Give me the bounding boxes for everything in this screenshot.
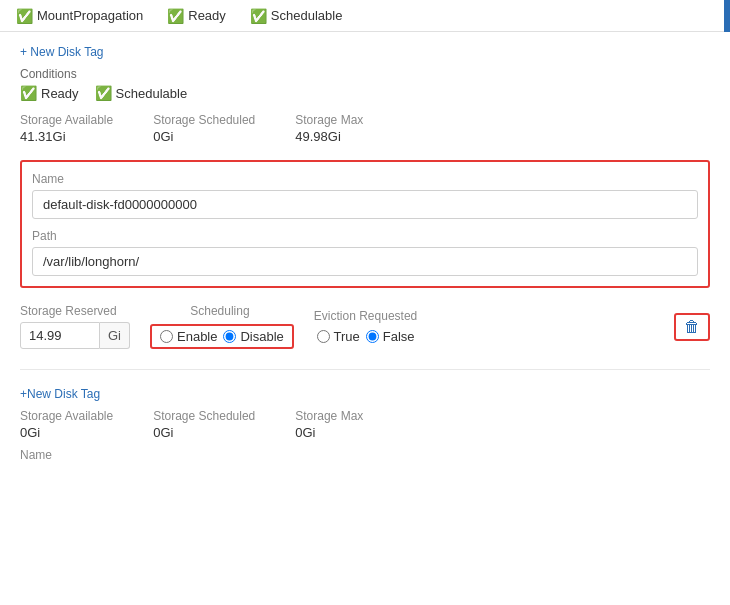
- mount-propagation-icon: ✅: [16, 8, 33, 24]
- storage-max-label-2: Storage Max: [295, 409, 363, 423]
- storage-max-value: 49.98Gi: [295, 129, 363, 144]
- mount-propagation-label: MountPropagation: [37, 8, 143, 23]
- disk-config-section: Name Path: [20, 160, 710, 288]
- storage-available-value: 41.31Gi: [20, 129, 113, 144]
- path-field-input[interactable]: [32, 247, 698, 276]
- condition-schedulable: ✅ Schedulable: [95, 85, 188, 101]
- new-disk-tag-label-2: +New Disk Tag: [20, 387, 100, 401]
- storage-scheduled-value-2: 0Gi: [153, 425, 255, 440]
- storage-scheduled-label: Storage Scheduled: [153, 113, 255, 127]
- eviction-group: Eviction Requested True False: [314, 309, 417, 344]
- storage-row-2: Storage Available 0Gi Storage Scheduled …: [20, 409, 710, 440]
- false-radio[interactable]: [366, 330, 379, 343]
- condition-ready-icon: ✅: [20, 85, 37, 101]
- disable-label: Disable: [240, 329, 283, 344]
- delete-button[interactable]: 🗑: [674, 313, 710, 341]
- true-radio[interactable]: [317, 330, 330, 343]
- storage-available-value-2: 0Gi: [20, 425, 113, 440]
- storage-available-label-2: Storage Available: [20, 409, 113, 423]
- condition-schedulable-icon: ✅: [95, 85, 112, 101]
- condition-ready-label: Ready: [41, 86, 79, 101]
- enable-radio[interactable]: [160, 330, 173, 343]
- name-label-bottom: Name: [20, 448, 710, 462]
- ready-icon: ✅: [167, 8, 184, 24]
- new-disk-tag-label-1: + New Disk Tag: [20, 45, 103, 59]
- storage-max-label: Storage Max: [295, 113, 363, 127]
- schedulable-item: ✅ Schedulable: [250, 8, 343, 24]
- top-bar: ✅ MountPropagation ✅ Ready ✅ Schedulable: [0, 0, 730, 32]
- trash-icon: 🗑: [684, 318, 700, 336]
- storage-reserved-label: Storage Reserved: [20, 304, 130, 318]
- name-field-label: Name: [32, 172, 698, 186]
- ready-label: Ready: [188, 8, 226, 23]
- mount-propagation-item: ✅ MountPropagation: [16, 8, 143, 24]
- section-divider: [20, 369, 710, 370]
- storage-available-item-2: Storage Available 0Gi: [20, 409, 113, 440]
- scheduling-label: Scheduling: [190, 304, 249, 318]
- controls-row: Storage Reserved Gi Scheduling Enable Di…: [20, 304, 710, 349]
- conditions-row: ✅ Ready ✅ Schedulable: [20, 85, 710, 101]
- storage-max-item: Storage Max 49.98Gi: [295, 113, 363, 144]
- storage-max-value-2: 0Gi: [295, 425, 363, 440]
- disable-option[interactable]: Disable: [223, 329, 283, 344]
- storage-reserved-input[interactable]: [20, 322, 100, 349]
- section-1: + New Disk Tag Conditions ✅ Ready ✅ Sche…: [20, 44, 710, 349]
- storage-scheduled-item-2: Storage Scheduled 0Gi: [153, 409, 255, 440]
- storage-max-item-2: Storage Max 0Gi: [295, 409, 363, 440]
- path-field-label: Path: [32, 229, 698, 243]
- storage-row-1: Storage Available 41.31Gi Storage Schedu…: [20, 113, 710, 144]
- storage-available-label: Storage Available: [20, 113, 113, 127]
- eviction-label: Eviction Requested: [314, 309, 417, 323]
- enable-option[interactable]: Enable: [160, 329, 217, 344]
- section-2: +New Disk Tag Storage Available 0Gi Stor…: [20, 386, 710, 462]
- enable-label: Enable: [177, 329, 217, 344]
- name-field-input[interactable]: [32, 190, 698, 219]
- true-label: True: [334, 329, 360, 344]
- scheduling-group: Scheduling Enable Disable: [150, 304, 294, 349]
- new-disk-tag-button-2[interactable]: +New Disk Tag: [20, 387, 100, 401]
- true-option[interactable]: True: [317, 329, 360, 344]
- storage-reserved-input-group: Gi: [20, 322, 130, 349]
- storage-reserved-group: Storage Reserved Gi: [20, 304, 130, 349]
- condition-schedulable-label: Schedulable: [116, 86, 188, 101]
- storage-scheduled-label-2: Storage Scheduled: [153, 409, 255, 423]
- eviction-radio-group: True False: [317, 329, 415, 344]
- main-content: + New Disk Tag Conditions ✅ Ready ✅ Sche…: [0, 32, 730, 605]
- false-option[interactable]: False: [366, 329, 415, 344]
- scheduling-radio-group: Enable Disable: [150, 324, 294, 349]
- condition-ready: ✅ Ready: [20, 85, 79, 101]
- ready-item: ✅ Ready: [167, 8, 226, 24]
- schedulable-label: Schedulable: [271, 8, 343, 23]
- storage-unit-label: Gi: [100, 322, 130, 349]
- false-label: False: [383, 329, 415, 344]
- schedulable-icon: ✅: [250, 8, 267, 24]
- disable-radio[interactable]: [223, 330, 236, 343]
- storage-scheduled-value: 0Gi: [153, 129, 255, 144]
- new-disk-tag-button-1[interactable]: + New Disk Tag: [20, 45, 103, 59]
- storage-scheduled-item: Storage Scheduled 0Gi: [153, 113, 255, 144]
- storage-available-item: Storage Available 41.31Gi: [20, 113, 113, 144]
- conditions-label: Conditions: [20, 67, 710, 81]
